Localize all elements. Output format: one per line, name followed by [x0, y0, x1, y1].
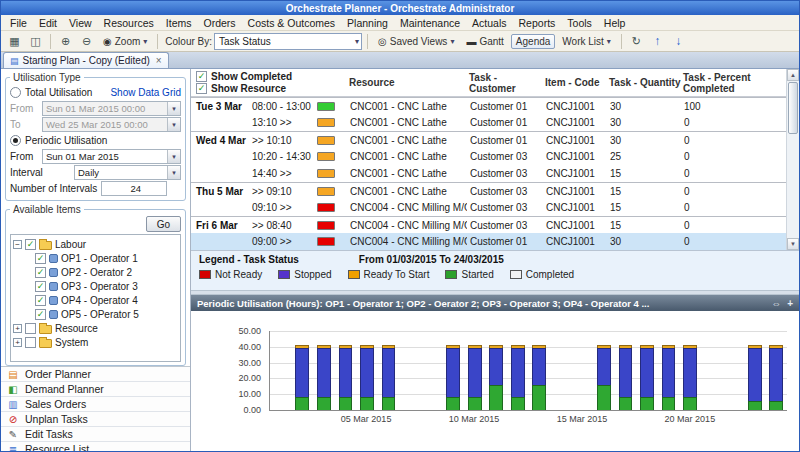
menu-item[interactable]: Items: [160, 16, 198, 30]
save-icon[interactable]: ◫: [26, 33, 45, 50]
checkbox-checked-icon[interactable]: ✓: [35, 309, 46, 320]
show-resource-checkbox[interactable]: ✓ Show Resource: [196, 83, 347, 94]
utilisation-bar[interactable]: [317, 345, 331, 410]
column-header-resource[interactable]: Resource: [347, 77, 467, 88]
nav-item[interactable]: ▥ Sales Orders: [1, 397, 190, 412]
periodic-from-input[interactable]: Sun 01 Mar 2015 ▾: [42, 149, 181, 164]
checkbox-checked-icon[interactable]: ✓: [35, 281, 46, 292]
tab-starting-plan[interactable]: ▤ Starting Plan - Copy (Edited) ×: [3, 52, 169, 68]
nav-item[interactable]: ⊘ Unplan Tasks: [1, 412, 190, 427]
menu-item[interactable]: View: [63, 16, 98, 30]
tree-item-folder[interactable]: + Resource: [13, 321, 178, 335]
utilisation-bar[interactable]: [769, 345, 783, 410]
nav-item[interactable]: ◧ Demand Planner: [1, 382, 190, 397]
move-up-icon[interactable]: ↑: [648, 33, 667, 50]
utilisation-bar[interactable]: [662, 345, 676, 410]
utilisation-bar[interactable]: [532, 345, 546, 410]
menu-item[interactable]: Planning: [341, 16, 394, 30]
calendar-dropdown-icon[interactable]: ▾: [167, 150, 180, 163]
table-row[interactable]: 14:40 >> CNC001 - CNC Lathe Customer 03 …: [191, 165, 799, 182]
utilisation-bar[interactable]: [748, 345, 762, 410]
utilisation-bar[interactable]: [683, 345, 697, 410]
checkbox-checked-icon[interactable]: ✓: [35, 253, 46, 264]
table-row[interactable]: Thu 5 Mar >> 09:10 CNC001 - CNC Lathe Cu…: [191, 182, 799, 199]
tree-item-labour[interactable]: − ✓ Labour: [13, 237, 178, 251]
menu-item[interactable]: Orders: [197, 16, 241, 30]
table-row[interactable]: 10:20 - 14:30 CNC001 - CNC Lathe Custome…: [191, 148, 799, 165]
table-row[interactable]: Tue 3 Mar 08:00 - 13:00 CNC001 - CNC Lat…: [191, 97, 799, 114]
collapse-icon[interactable]: −: [13, 240, 22, 249]
menu-item[interactable]: Actuals: [466, 16, 512, 30]
tree-item-operator[interactable]: ✓ OP1 - Operator 1: [13, 251, 178, 265]
show-data-grid-link[interactable]: Show Data Grid: [110, 87, 181, 98]
scrollbar-thumb[interactable]: [788, 82, 798, 134]
utilisation-bar[interactable]: [339, 345, 353, 410]
table-row[interactable]: 09:10 >> CNC004 - CNC Milling M/C Custom…: [191, 199, 799, 216]
gantt-button[interactable]: ▬Gantt: [461, 34, 508, 49]
utilisation-bar[interactable]: [489, 345, 503, 410]
show-completed-checkbox[interactable]: ✓ Show Completed: [196, 71, 347, 82]
tree-item-operator[interactable]: ✓ OP3 - Operator 3: [13, 279, 178, 293]
pin-icon[interactable]: +: [787, 298, 793, 309]
table-row[interactable]: 09:00 >> CNC004 - CNC Milling M/C Custom…: [191, 233, 799, 250]
column-header-task-customer[interactable]: Task - Customer: [467, 72, 543, 94]
checkbox-checked-icon[interactable]: ✓: [35, 267, 46, 278]
interval-select[interactable]: Daily ▾: [74, 165, 181, 180]
checkbox-checked-icon[interactable]: ✓: [25, 239, 36, 250]
menu-item[interactable]: File: [4, 16, 33, 30]
utilisation-bar[interactable]: [446, 345, 460, 410]
tree-item-folder[interactable]: + System: [13, 335, 178, 349]
zoom-out-icon[interactable]: ⊖: [77, 33, 96, 50]
refresh-icon[interactable]: ↻: [627, 33, 646, 50]
work-list-button[interactable]: Work List▾: [557, 34, 616, 49]
zoom-in-icon[interactable]: ⊕: [56, 33, 75, 50]
table-row[interactable]: Wed 4 Mar >> 10:10 CNC001 - CNC Lathe Cu…: [191, 131, 799, 148]
utilisation-bar[interactable]: [619, 345, 633, 410]
saved-views-button[interactable]: ◎Saved Views▾: [373, 34, 459, 49]
utilisation-bar[interactable]: [468, 345, 482, 410]
menu-item[interactable]: Maintenance: [394, 16, 466, 30]
nav-item[interactable]: ≣ Resource List: [1, 442, 190, 451]
utilisation-bar[interactable]: [382, 345, 396, 410]
move-down-icon[interactable]: ↓: [669, 33, 688, 50]
scroll-up-icon[interactable]: ▲: [787, 69, 799, 81]
column-header-task-percent-completed[interactable]: Task - Percent Completed: [681, 72, 799, 94]
menu-item[interactable]: Resources: [98, 16, 160, 30]
tree-item-operator[interactable]: ✓ OP4 - Operator 4: [13, 293, 178, 307]
checkbox-unchecked-icon[interactable]: [25, 323, 36, 334]
total-utilisation-radio[interactable]: [10, 87, 21, 98]
tree-item-operator[interactable]: ✓ OP5 - OPerator 5: [13, 307, 178, 321]
colour-by-select[interactable]: Task Status ▾: [214, 33, 362, 50]
vertical-scrollbar[interactable]: ▲ ▼: [786, 69, 799, 250]
zoom-button[interactable]: ◉Zoom▾: [98, 34, 152, 49]
plan-icon[interactable]: ▦: [5, 33, 24, 50]
periodic-utilisation-radio[interactable]: [10, 135, 21, 146]
agenda-button[interactable]: Agenda: [511, 34, 555, 49]
checkbox-checked-icon[interactable]: ✓: [35, 295, 46, 306]
table-row[interactable]: Fri 6 Mar >> 08:40 CNC004 - CNC Milling …: [191, 216, 799, 233]
utilisation-bar[interactable]: [640, 345, 654, 410]
column-header-task-quantity[interactable]: Task - Quantity: [607, 77, 681, 88]
menu-item[interactable]: Reports: [513, 16, 562, 30]
expand-icon[interactable]: ⇔: [771, 298, 781, 309]
menu-item[interactable]: Costs & Outcomes: [242, 16, 342, 30]
menu-item[interactable]: Help: [598, 16, 632, 30]
expand-icon[interactable]: +: [13, 324, 22, 333]
nav-item[interactable]: ✎ Edit Tasks: [1, 427, 190, 442]
table-row[interactable]: 13:10 >> CNC001 - CNC Lathe Customer 01 …: [191, 114, 799, 131]
utilisation-bar[interactable]: [295, 345, 309, 410]
expand-icon[interactable]: +: [13, 338, 22, 347]
scroll-down-icon[interactable]: ▼: [787, 238, 799, 250]
tree-item-operator[interactable]: ✓ OP2 - Oerator 2: [13, 265, 178, 279]
utilisation-bar[interactable]: [597, 345, 611, 410]
nav-item[interactable]: ▤ Order Planner: [1, 367, 190, 382]
utilisation-bar[interactable]: [511, 345, 525, 410]
menu-item[interactable]: Edit: [33, 16, 63, 30]
num-intervals-input[interactable]: 24: [101, 181, 167, 196]
column-header-item-code[interactable]: Item - Code: [543, 77, 607, 88]
tab-close-icon[interactable]: ×: [156, 55, 162, 66]
utilisation-bar[interactable]: [360, 345, 374, 410]
checkbox-unchecked-icon[interactable]: [25, 337, 36, 348]
go-button[interactable]: Go: [146, 216, 181, 232]
menu-item[interactable]: Tools: [561, 16, 598, 30]
